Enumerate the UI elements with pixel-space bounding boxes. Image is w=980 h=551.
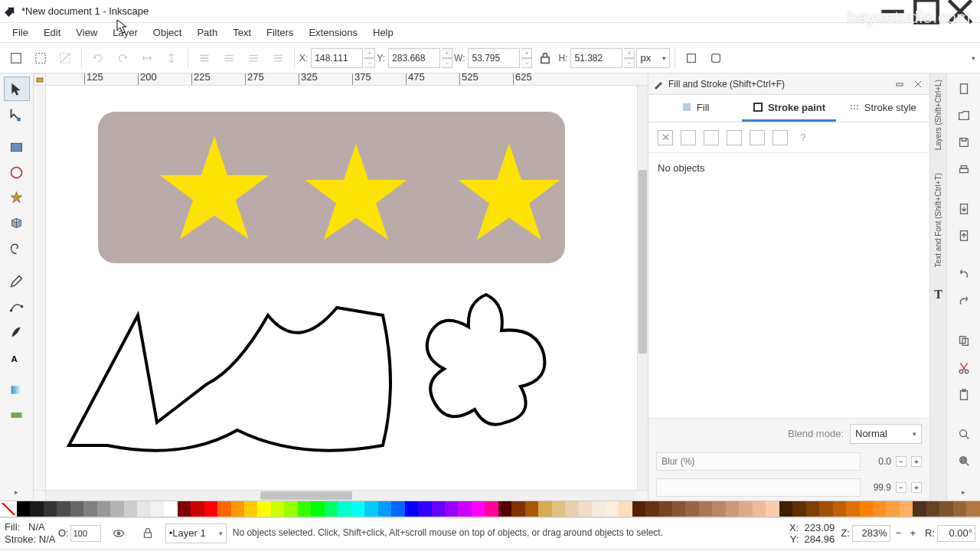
save-button[interactable] (952, 132, 975, 153)
canvas[interactable] (46, 86, 637, 490)
tab-fill[interactable]: Fill (648, 95, 742, 122)
palette-swatch[interactable] (231, 501, 244, 517)
vertical-scrollbar[interactable] (637, 86, 648, 490)
x-dec[interactable]: − (364, 58, 375, 68)
select-layer-button[interactable] (29, 47, 52, 70)
palette-swatch[interactable] (17, 501, 30, 517)
cut-button[interactable] (952, 357, 975, 378)
zoom-input[interactable] (852, 525, 890, 542)
lower-bottom-button[interactable] (266, 47, 289, 70)
menu-filters[interactable]: Filters (259, 24, 301, 41)
palette-swatch[interactable] (672, 501, 685, 517)
op-dec[interactable]: − (896, 482, 906, 493)
palette-swatch[interactable] (498, 501, 511, 517)
palette-swatch[interactable] (217, 501, 230, 517)
palette-swatch[interactable] (271, 501, 284, 517)
h-inc[interactable]: + (624, 48, 635, 58)
palette-swatch[interactable] (83, 501, 96, 517)
palette-swatch[interactable] (712, 501, 725, 517)
gradient-tool[interactable] (4, 377, 30, 402)
y-inc[interactable]: + (442, 48, 452, 58)
paint-flat[interactable] (681, 130, 696, 145)
palette-swatch[interactable] (191, 501, 204, 517)
lock-layer-button[interactable] (136, 522, 159, 545)
palette-swatch[interactable] (766, 501, 779, 517)
palette-swatch[interactable] (204, 501, 217, 517)
layer-select[interactable]: •Layer 1▾ (165, 523, 227, 543)
select-all-button[interactable] (5, 47, 28, 70)
menu-extensions[interactable]: Extensions (301, 24, 365, 41)
blur-input[interactable] (656, 452, 861, 471)
zoom-in[interactable]: + (906, 527, 919, 539)
palette-swatch[interactable] (726, 501, 739, 517)
spiral-tool[interactable] (4, 236, 30, 260)
zoom-out[interactable]: − (893, 527, 905, 539)
node-tool[interactable] (4, 102, 30, 126)
paint-swatch[interactable] (773, 130, 788, 145)
palette-swatch[interactable] (298, 501, 311, 517)
palette-swatch[interactable] (792, 501, 805, 517)
palette-swatch[interactable] (833, 501, 846, 517)
selector-tool[interactable] (4, 77, 30, 101)
palette-swatch[interactable] (819, 501, 832, 517)
palette-swatch[interactable] (939, 501, 952, 517)
palette-swatch[interactable] (511, 501, 524, 517)
coord-h-input[interactable] (570, 48, 622, 68)
palette-swatch[interactable] (284, 501, 297, 517)
palette-swatch[interactable] (244, 501, 257, 517)
y-dec[interactable]: − (442, 58, 452, 68)
w-inc[interactable]: + (521, 48, 532, 58)
palette-swatch[interactable] (57, 501, 70, 517)
panel-minimize-button[interactable] (893, 77, 906, 91)
palette-swatch[interactable] (97, 501, 110, 517)
paint-pattern[interactable] (750, 130, 765, 145)
palette-swatch[interactable] (953, 501, 966, 517)
menu-object[interactable]: Object (145, 24, 190, 41)
op-inc[interactable]: + (911, 482, 922, 493)
open-button[interactable] (952, 105, 975, 126)
palette-swatch[interactable] (257, 501, 270, 517)
rectangle-tool[interactable] (4, 135, 30, 159)
lock-aspect-button[interactable] (534, 47, 557, 70)
menu-file[interactable]: File (5, 24, 36, 41)
palette-swatch[interactable] (699, 501, 712, 517)
palette-swatch[interactable] (325, 501, 338, 517)
horizontal-scrollbar[interactable] (46, 490, 637, 500)
import-button[interactable] (952, 198, 975, 219)
coord-y-input[interactable] (388, 48, 440, 68)
blur-inc[interactable]: + (911, 456, 922, 467)
text-tool[interactable]: A (4, 344, 30, 369)
raise-top-button[interactable] (193, 47, 216, 70)
zoom-draw-button[interactable] (952, 451, 975, 471)
paint-linear[interactable] (704, 130, 719, 145)
palette-swatch[interactable] (164, 501, 177, 517)
palette-swatch[interactable] (565, 501, 578, 517)
rdock-overflow[interactable]: ▸ (957, 484, 970, 500)
palette-swatch[interactable] (378, 501, 391, 517)
palette-swatch[interactable] (485, 501, 498, 517)
palette-swatch[interactable] (44, 501, 57, 517)
palette-swatch[interactable] (606, 501, 619, 517)
copy-button[interactable] (952, 331, 975, 351)
menu-text[interactable]: Text (225, 24, 259, 41)
palette-swatch[interactable] (619, 501, 632, 517)
zoom-sel-button[interactable] (952, 423, 975, 444)
flip-h-button[interactable] (136, 47, 158, 70)
freehand-shape-1[interactable] (61, 292, 413, 461)
palette-swatch[interactable] (538, 501, 551, 517)
toolbox-overflow[interactable]: ▸ (10, 484, 23, 500)
palette-swatch[interactable] (151, 501, 164, 517)
menu-view[interactable]: View (68, 24, 105, 41)
calligraphy-tool[interactable] (4, 319, 30, 344)
palette-swatch[interactable] (592, 501, 605, 517)
panel-close-button[interactable] (911, 77, 925, 91)
dropper-tool[interactable] (4, 403, 30, 427)
blend-mode-select[interactable]: Normal▾ (850, 424, 922, 444)
unit-select[interactable]: px▾ (636, 48, 670, 68)
palette-swatch[interactable] (806, 501, 819, 517)
print-button[interactable] (952, 159, 975, 180)
text-tool-icon[interactable]: T (934, 288, 942, 302)
palette-swatch[interactable] (886, 501, 899, 517)
coord-x-input[interactable] (311, 48, 363, 68)
paint-radial[interactable] (727, 130, 742, 145)
